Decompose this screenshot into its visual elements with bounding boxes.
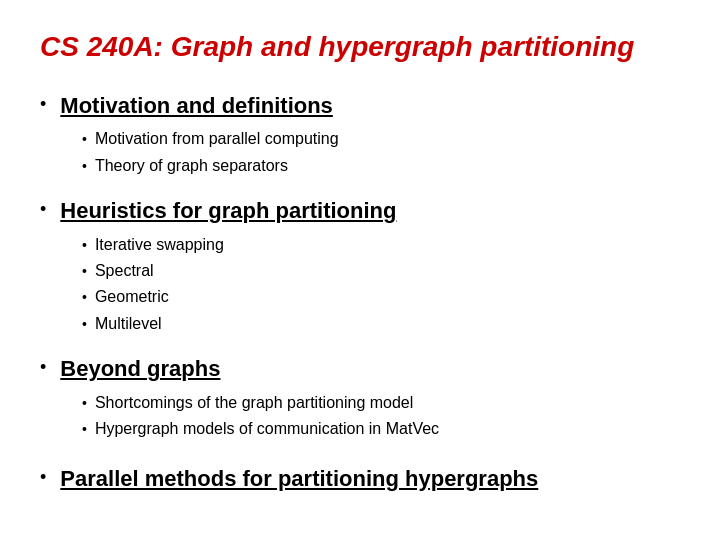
sub-items-heuristics: • Iterative swapping • Spectral • Geomet… — [82, 234, 680, 336]
bullet-sub: • — [82, 420, 87, 440]
section-title-heuristics: Heuristics for graph partitioning — [60, 197, 396, 226]
sub-text: Spectral — [95, 260, 154, 282]
section-title-motivation: Motivation and definitions — [60, 92, 333, 121]
list-item: • Geometric — [82, 286, 680, 308]
sub-text: Theory of graph separators — [95, 155, 288, 177]
list-item: • Multilevel — [82, 313, 680, 335]
bullet-main-1: • — [40, 92, 46, 117]
sub-items-beyond: • Shortcomings of the graph partitioning… — [82, 392, 680, 441]
section-title-parallel: Parallel methods for partitioning hyperg… — [60, 465, 538, 494]
bullet-sub: • — [82, 315, 87, 335]
section-header-motivation: • Motivation and definitions — [40, 92, 680, 121]
sub-text: Iterative swapping — [95, 234, 224, 256]
slide-title: CS 240A: Graph and hypergraph partitioni… — [40, 30, 680, 64]
sub-items-motivation: • Motivation from parallel computing • T… — [82, 128, 680, 177]
bullet-sub: • — [82, 130, 87, 150]
list-item: • Iterative swapping — [82, 234, 680, 256]
section-header-heuristics: • Heuristics for graph partitioning — [40, 197, 680, 226]
bullet-sub: • — [82, 262, 87, 282]
bullet-main-2: • — [40, 197, 46, 222]
section-motivation: • Motivation and definitions • Motivatio… — [40, 92, 680, 177]
section-title-beyond: Beyond graphs — [60, 355, 220, 384]
bullet-sub: • — [82, 157, 87, 177]
slide: CS 240A: Graph and hypergraph partitioni… — [0, 0, 720, 540]
bullet-sub: • — [82, 236, 87, 256]
sub-text: Hypergraph models of communication in Ma… — [95, 418, 439, 440]
section-parallel: • Parallel methods for partitioning hype… — [40, 465, 680, 502]
section-heuristics: • Heuristics for graph partitioning • It… — [40, 197, 680, 335]
bullet-main-4: • — [40, 465, 46, 490]
section-header-parallel: • Parallel methods for partitioning hype… — [40, 465, 680, 494]
list-item: • Hypergraph models of communication in … — [82, 418, 680, 440]
bullet-sub: • — [82, 288, 87, 308]
sub-text: Motivation from parallel computing — [95, 128, 339, 150]
sub-text: Geometric — [95, 286, 169, 308]
list-item: • Shortcomings of the graph partitioning… — [82, 392, 680, 414]
bullet-main-3: • — [40, 355, 46, 380]
sub-text: Shortcomings of the graph partitioning m… — [95, 392, 413, 414]
sub-text: Multilevel — [95, 313, 162, 335]
list-item: • Spectral — [82, 260, 680, 282]
bullet-sub: • — [82, 394, 87, 414]
list-item: • Theory of graph separators — [82, 155, 680, 177]
list-item: • Motivation from parallel computing — [82, 128, 680, 150]
section-header-beyond: • Beyond graphs — [40, 355, 680, 384]
section-beyond: • Beyond graphs • Shortcomings of the gr… — [40, 355, 680, 440]
